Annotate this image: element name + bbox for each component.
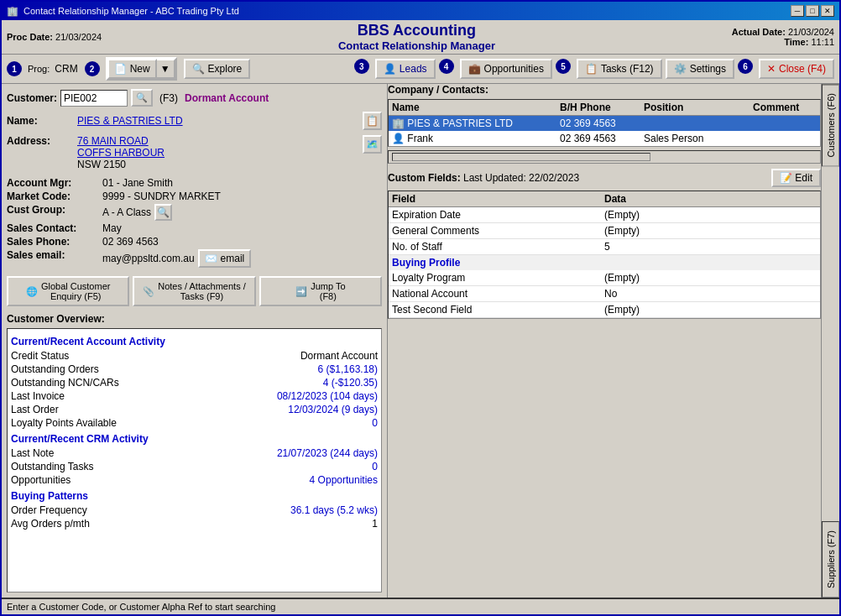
prog-value: CRM	[55, 63, 77, 75]
email-label: email	[221, 253, 245, 264]
time-label: Time:	[784, 37, 808, 47]
avg-orders-value: 1	[372, 518, 378, 530]
settings-icon: ⚙️	[674, 63, 687, 75]
opportunities-button[interactable]: 💼 Opportunities	[460, 59, 552, 79]
proc-date-area: Proc Date: 21/03/2024	[7, 32, 102, 42]
settings-button[interactable]: ⚙️ Settings	[666, 59, 734, 79]
cf-buying-profile: Buying Profile	[389, 255, 820, 270]
last-order-value: 12/03/2024 (9 days)	[288, 404, 378, 415]
contacts-scrollbar[interactable]	[388, 150, 821, 164]
avg-orders-label: Avg Orders p/mth	[11, 518, 90, 530]
sales-contact-value: May	[102, 222, 382, 234]
opportunities-icon: 💼	[468, 63, 481, 75]
new-button[interactable]: 📄 New	[107, 59, 157, 79]
cf-row-staff: No. of Staff 5	[389, 239, 820, 255]
last-note-value: 21/07/2023 (244 days)	[277, 447, 378, 459]
contacts-col-comment: Comment	[753, 102, 817, 113]
contact-row-0[interactable]: 🏢 PIES & PASTRIES LTD 02 369 4563	[389, 116, 820, 131]
new-dropdown-button[interactable]: ▼	[157, 59, 175, 79]
address-line2[interactable]: COFFS HARBOUR	[77, 147, 165, 159]
close-window-button[interactable]: ✕	[821, 5, 834, 17]
company-contacts-section: Company / Contacts: Name B/H Phone Posit…	[388, 84, 821, 165]
contacts-col-position: Position	[644, 102, 753, 113]
toolbar-right: 3 👤 Leads 4 💼 Opportunities 5 📋 Tasks (F…	[354, 59, 834, 79]
email-icon: ✉️	[205, 253, 217, 264]
loyalty-points-row: Loyalty Points Available 0	[11, 416, 378, 430]
jump-to-label: Jump To(F8)	[311, 281, 345, 301]
notes-attachments-button[interactable]: 📎 Notes / Attachments /Tasks (F9)	[133, 276, 255, 306]
custom-fields-section: Custom Fields: Last Updated: 22/02/2023 …	[388, 169, 821, 598]
global-enquiry-button[interactable]: 🌐 Global CustomerEnquiry (F5)	[7, 276, 129, 306]
cf-data-header: Data	[604, 193, 817, 205]
address-label: Address:	[7, 135, 74, 147]
custom-fields-header: Custom Fields: Last Updated: 22/02/2023 …	[388, 169, 821, 187]
dormant-status: Dormant Account	[185, 92, 269, 104]
main-window: 🏢 Contact Relationship Manager - ABC Tra…	[0, 0, 841, 616]
customer-code-input[interactable]	[60, 90, 128, 107]
building-icon: 🏢	[392, 117, 407, 129]
jump-to-button[interactable]: ➡️ Jump To(F8)	[259, 276, 382, 306]
last-note-row: Last Note 21/07/2023 (244 days)	[11, 446, 378, 460]
customer-name[interactable]: PIES & PASTRIES LTD	[77, 115, 183, 127]
sales-email-value: may@ppsltd.com.au	[102, 253, 195, 264]
edit-icon: 📝	[780, 172, 792, 184]
address-map-button[interactable]: 🗺️	[363, 135, 382, 154]
custom-fields-label: Custom Fields:	[388, 172, 461, 184]
custom-fields-updated: Last Updated: 22/02/2023	[463, 172, 579, 184]
prog-label: Prog:	[28, 64, 50, 74]
last-order-row: Last Order 12/03/2024 (9 days)	[11, 403, 378, 416]
acct-mgr-label: Account Mgr:	[7, 177, 99, 189]
account-activity-header: Current/Recent Account Activity	[11, 336, 378, 347]
company-contacts-table: Name B/H Phone Position Comment 🏢 PIES &…	[388, 99, 821, 147]
window-icon: 🏢	[7, 6, 18, 17]
customer-search-button[interactable]: 🔍	[131, 89, 153, 107]
status-message: Enter a Customer Code, or Customer Alpha…	[7, 602, 275, 612]
explore-label: Explore	[208, 63, 243, 75]
close-button[interactable]: ✕ Close (F4)	[759, 59, 834, 79]
custom-fields-table: Field Data Expiration Date (Empty) Gener…	[388, 191, 821, 319]
overview-opportunities-row: Opportunities 4 Opportunities	[11, 473, 378, 487]
cf-data-general: (Empty)	[604, 225, 817, 237]
tasks-label: Tasks (F12)	[601, 63, 654, 75]
app-subtitle: Contact Relationship Manager	[102, 39, 732, 52]
global-enquiry-icon: 🌐	[26, 286, 38, 297]
customer-label: Customer:	[7, 92, 57, 104]
leads-button[interactable]: 👤 Leads	[375, 59, 436, 79]
loyalty-points-value: 0	[372, 417, 378, 429]
customer-row: Customer: 🔍 (F3) Dormant Account	[7, 89, 382, 107]
actual-date-value: 21/03/2024	[788, 27, 834, 37]
badge-6: 6	[738, 59, 753, 74]
last-invoice-label: Last Invoice	[11, 390, 65, 402]
notes-label: Notes / Attachments /Tasks (F9)	[158, 281, 246, 301]
last-note-label: Last Note	[11, 447, 54, 459]
address-line1[interactable]: 76 MAIN ROAD	[77, 135, 165, 147]
left-panel: Customer: 🔍 (F3) Dormant Account Name: P…	[2, 84, 388, 598]
cf-data-expiration: (Empty)	[604, 209, 817, 221]
vertical-tabs: Customers (F6) Suppliers (F7)	[821, 84, 839, 598]
avg-orders-row: Avg Orders p/mth 1	[11, 517, 378, 530]
minimize-button[interactable]: ─	[791, 5, 804, 17]
address-buttons: 🗺️	[363, 135, 382, 154]
tasks-button[interactable]: 📋 Tasks (F12)	[577, 59, 662, 79]
customers-tab[interactable]: Customers (F6)	[822, 84, 839, 166]
contact-name-0: 🏢 PIES & PASTRIES LTD	[392, 117, 560, 129]
email-button[interactable]: ✉️ email	[198, 249, 252, 268]
name-action-button[interactable]: 📋	[363, 112, 382, 130]
cust-group-label: Cust Group:	[7, 204, 99, 221]
settings-label: Settings	[690, 63, 726, 75]
cf-field-header: Field	[392, 193, 604, 205]
leads-icon: 👤	[384, 63, 396, 75]
order-freq-value: 36.1 days (5.2 wks)	[290, 504, 378, 516]
edit-button[interactable]: 📝 Edit	[771, 169, 821, 187]
cf-field-staff: No. of Staff	[392, 241, 604, 253]
contact-row-1[interactable]: 👤 Frank 02 369 4563 Sales Person	[389, 131, 820, 146]
sales-phone-value: 02 369 4563	[102, 236, 382, 248]
email-row: may@ppsltd.com.au ✉️ email	[102, 249, 382, 268]
app-title: BBS Accounting	[102, 22, 732, 39]
toolbar: 1 Prog: CRM 2 📄 New ▼ 🔍 Explore 3 👤 Lead…	[2, 55, 839, 84]
explore-button[interactable]: 🔍 Explore	[184, 59, 251, 79]
company-contacts-title: Company / Contacts:	[388, 84, 821, 96]
maximize-button[interactable]: □	[806, 5, 819, 17]
cust-group-search-button[interactable]: 🔍	[154, 204, 172, 221]
suppliers-tab[interactable]: Suppliers (F7)	[822, 521, 839, 598]
